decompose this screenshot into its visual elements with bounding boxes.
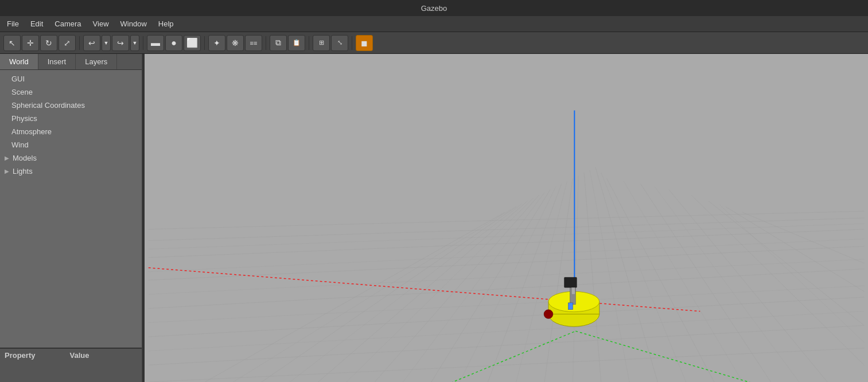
- sidebar-item-gui[interactable]: GUI: [0, 72, 142, 85]
- models-arrow-icon: ▶: [5, 155, 9, 161]
- grid-canvas: [145, 54, 868, 382]
- main-layout: World Insert Layers GUI Scene Spherical …: [0, 54, 868, 382]
- toolbar-undo-redo-group: ↩ ▼ ↪ ▼: [83, 35, 139, 51]
- sidebar-item-scene[interactable]: Scene: [0, 85, 142, 99]
- lights-arrow-icon: ▶: [5, 168, 9, 174]
- value-col-label: Value: [69, 351, 89, 360]
- paste-button[interactable]: 📋: [288, 35, 305, 51]
- menu-view[interactable]: View: [88, 18, 114, 30]
- toolbar-transform-group: ↖ ✛ ↻ ⤢: [3, 35, 76, 51]
- sidebar-item-spherical-coordinates[interactable]: Spherical Coordinates: [0, 99, 142, 112]
- viewport-3d[interactable]: [145, 54, 868, 382]
- redo-dropdown-button[interactable]: ▼: [130, 35, 139, 51]
- toolbar-copy-group: ⧉ 📋: [270, 35, 305, 51]
- sidebar-item-scene-label: Scene: [11, 88, 33, 96]
- titlebar: Gazebo: [0, 0, 868, 16]
- toolbar-sep-6: [352, 36, 352, 50]
- cylinder-button[interactable]: ⬜: [184, 35, 201, 51]
- redo-button[interactable]: ↪: [112, 35, 129, 51]
- undo-button[interactable]: ↩: [83, 35, 100, 51]
- toolbar-sep-4: [266, 36, 266, 50]
- title-text: Gazebo: [421, 4, 447, 13]
- snap-button[interactable]: ⤡: [331, 35, 348, 51]
- translate-mode-button[interactable]: ✛: [22, 35, 39, 51]
- sidebar-item-lights[interactable]: ▶ Lights: [0, 165, 142, 178]
- sidebar-item-physics[interactable]: Physics: [0, 112, 142, 125]
- align-button[interactable]: ⊞: [313, 35, 330, 51]
- tab-layers[interactable]: Layers: [76, 54, 117, 69]
- toolbar-sep-5: [309, 36, 309, 50]
- spotlight-button[interactable]: ❋: [227, 35, 244, 51]
- tab-insert[interactable]: Insert: [38, 54, 76, 69]
- box-button[interactable]: ▬: [147, 35, 164, 51]
- copy-button[interactable]: ⧉: [270, 35, 287, 51]
- menu-help[interactable]: Help: [154, 18, 178, 30]
- sidebar-item-lights-label: Lights: [13, 167, 33, 176]
- toolbar-sep-3: [204, 36, 205, 50]
- sidebar-item-wind[interactable]: Wind: [0, 138, 142, 151]
- menu-camera[interactable]: Camera: [50, 18, 85, 30]
- menu-window[interactable]: Window: [116, 18, 151, 30]
- select-mode-button[interactable]: ↖: [3, 35, 21, 51]
- sidebar-item-atmosphere-label: Atmosphere: [11, 127, 52, 136]
- rotate-mode-button[interactable]: ↻: [40, 35, 57, 51]
- toolbar-sep-1: [79, 36, 80, 50]
- sidebar: World Insert Layers GUI Scene Spherical …: [0, 54, 142, 382]
- sphere-button[interactable]: ●: [165, 35, 182, 51]
- menubar: File Edit Camera View Window Help: [0, 16, 868, 32]
- sidebar-item-models-label: Models: [13, 154, 37, 162]
- toolbar-shapes-group: ▬ ● ⬜: [147, 35, 201, 51]
- sidebar-item-atmosphere[interactable]: Atmosphere: [0, 125, 142, 138]
- toolbar-lights-group: ✦ ❋ ≡≡: [208, 35, 262, 51]
- menu-file[interactable]: File: [2, 18, 24, 30]
- dirlight-button[interactable]: ≡≡: [245, 35, 262, 51]
- sidebar-content: GUI Scene Spherical Coordinates Physics …: [0, 70, 142, 348]
- property-col-label: Property: [5, 351, 35, 360]
- sidebar-tabs: World Insert Layers: [0, 54, 142, 70]
- active-mode-button[interactable]: ◼: [356, 35, 373, 51]
- property-header: Property Value: [0, 348, 142, 362]
- pointlight-button[interactable]: ✦: [208, 35, 225, 51]
- toolbar: ↖ ✛ ↻ ⤢ ↩ ▼ ↪ ▼ ▬ ● ⬜ ✦ ❋ ≡≡ ⧉ 📋 ⊞ ⤡ ◼: [0, 32, 868, 54]
- toolbar-sep-2: [143, 36, 143, 50]
- sidebar-item-gui-label: GUI: [11, 75, 25, 83]
- undo-dropdown-button[interactable]: ▼: [102, 35, 111, 51]
- toolbar-align-group: ⊞ ⤡: [313, 35, 348, 51]
- sidebar-item-spherical-coordinates-label: Spherical Coordinates: [11, 101, 85, 110]
- menu-edit[interactable]: Edit: [26, 18, 48, 30]
- property-panel: Property Value: [0, 348, 142, 382]
- scale-mode-button[interactable]: ⤢: [59, 35, 76, 51]
- tab-world[interactable]: World: [0, 54, 38, 69]
- sidebar-item-models[interactable]: ▶ Models: [0, 151, 142, 165]
- sidebar-item-physics-label: Physics: [11, 114, 37, 123]
- sidebar-item-wind-label: Wind: [11, 141, 29, 149]
